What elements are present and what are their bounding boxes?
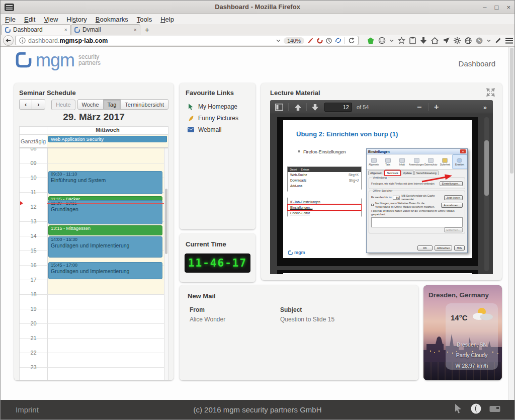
swirl-icon[interactable] xyxy=(335,37,341,44)
browser-window: Dashboard - Mozilla Firefox – □ × FileEd… xyxy=(0,0,515,420)
home-icon[interactable] xyxy=(431,37,439,44)
chevron-down-icon[interactable] xyxy=(276,39,281,42)
event-title: Einführung und System xyxy=(51,177,160,183)
weather-panel: 14°C Dresden, SN Partly Cloudy W 28.97 k… xyxy=(446,303,498,370)
globe-icon[interactable] xyxy=(465,37,472,44)
event-time: 15:45 - 17:00 xyxy=(51,263,160,268)
slide-menu-screenshot: Datei Extras Web-SucheStrg+KDownloadsStr… xyxy=(287,166,362,219)
zoom-indicator[interactable]: 140% xyxy=(284,37,304,44)
event-label: 13:15 - Mittagessen xyxy=(51,226,160,231)
bookmark-star-icon[interactable] xyxy=(398,37,405,44)
dialog-toolbar-anwendungen: Anwendungen xyxy=(409,154,423,169)
new-mail-card: New Mail From Alice Wonder Subject Quest… xyxy=(180,285,418,380)
favourite-links-card: Favourite Links My HomepageFunny Picture… xyxy=(180,83,255,229)
tab-dvmail[interactable]: Dvmail× xyxy=(71,24,140,35)
calendar-event[interactable]: 14:00 - 15:30Grundlagen und Implementier… xyxy=(48,236,162,258)
weather-condition: Partly Cloudy xyxy=(446,350,498,361)
menu-history[interactable]: History xyxy=(66,16,87,23)
view-woche[interactable]: Woche xyxy=(77,99,104,110)
hamburger-menu-icon[interactable] xyxy=(505,38,513,44)
menu-file[interactable]: File xyxy=(5,16,16,23)
link-webmail[interactable]: Webmail xyxy=(188,126,251,133)
pdf-sidebar-toggle-icon[interactable] xyxy=(275,100,283,114)
menu-bookmarks[interactable]: Bookmarks xyxy=(96,16,128,23)
allday-event[interactable]: Web Application Security xyxy=(48,136,167,142)
calendar-scrollbar[interactable] xyxy=(164,148,168,380)
hour-label: 10 xyxy=(20,174,47,181)
mgm-logo: mgm securitypartners xyxy=(16,52,101,69)
minimize-button[interactable]: – xyxy=(483,4,486,11)
privacy-mask-icon[interactable] xyxy=(378,37,386,44)
menu-edit[interactable]: Edit xyxy=(24,16,35,23)
back-button[interactable] xyxy=(3,35,14,46)
chevron-down-icon[interactable] xyxy=(390,39,394,42)
link-my-homepage[interactable]: My Homepage xyxy=(188,103,251,110)
weather-widget: Dresden, Germany 14°C Dresden, SN Partly… xyxy=(423,285,502,380)
pdf-page-input[interactable]: 12 xyxy=(324,103,352,112)
calendar-next-button[interactable]: › xyxy=(32,99,45,110)
chevron-down-icon[interactable] xyxy=(487,39,491,42)
quill-icon[interactable] xyxy=(307,37,314,44)
link-funny-pictures[interactable]: Funny Pictures xyxy=(188,115,251,122)
colorwheel-icon[interactable] xyxy=(317,38,323,44)
calendar-event[interactable]: 09:30 - 11:10Einführung und System xyxy=(48,171,162,194)
calendar-prev-button[interactable]: ‹ xyxy=(19,99,32,110)
pdf-tools-button[interactable]: » xyxy=(483,100,487,114)
calendar-event[interactable]: 15:45 - 17:00Grundlagen und Implementier… xyxy=(48,262,162,279)
pdf-prev-page-icon[interactable] xyxy=(294,100,302,114)
clock-digits: 11-46-17 xyxy=(188,257,247,269)
keyboard-icon[interactable] xyxy=(489,405,500,414)
info-icon[interactable] xyxy=(19,37,26,44)
maximize-button[interactable]: □ xyxy=(495,4,499,11)
url-bar[interactable]: dashboard.mgmsp-lab.com 140% xyxy=(15,36,359,45)
event-title: Grundlagen xyxy=(51,206,160,212)
menu-view[interactable]: View xyxy=(44,16,58,23)
tab-label: Dvmail xyxy=(82,26,131,33)
pen-icon xyxy=(188,115,194,122)
clock-icon[interactable] xyxy=(326,38,332,44)
pdf-next-page-icon[interactable] xyxy=(311,100,319,114)
mail-from-value[interactable]: Alice Wonder xyxy=(190,316,225,323)
hour-label: 08 xyxy=(20,148,47,152)
hour-label: 12 xyxy=(20,203,47,210)
calendar-scrollbar-thumb[interactable] xyxy=(165,189,167,254)
pencil-icon[interactable] xyxy=(495,37,501,44)
page-scrollbar[interactable] xyxy=(508,47,514,401)
pdf-zoom-in-button[interactable]: + xyxy=(434,100,439,114)
slide-menu-item: Einstellungen... xyxy=(288,205,361,210)
pdf-scrollbar-thumb[interactable] xyxy=(484,140,489,196)
expand-icon[interactable] xyxy=(486,88,495,99)
hour-label: 23 xyxy=(20,364,47,371)
hour-label: 09 xyxy=(20,159,47,166)
gear-icon[interactable] xyxy=(454,37,461,44)
session-badge-icon[interactable]: S xyxy=(476,37,483,44)
close-button[interactable]: × xyxy=(506,4,510,11)
pdf-page-count: of 54 xyxy=(357,100,369,114)
calendar-today-button[interactable]: Heute xyxy=(51,100,75,110)
clipboard-icon[interactable] xyxy=(409,37,416,44)
footer: Imprint (c) 2016 mgm security partners G… xyxy=(1,400,514,419)
tab-close-icon[interactable]: × xyxy=(134,27,137,33)
view-tag[interactable]: Tag xyxy=(103,99,121,110)
send-tab-icon[interactable] xyxy=(443,37,450,44)
event-title: Grundlagen und Implementierung xyxy=(51,268,160,274)
mail-subject-value[interactable]: Question to Slide 15 xyxy=(280,316,334,323)
download-icon[interactable] xyxy=(420,37,427,44)
moon-toggle-icon[interactable] xyxy=(471,403,481,416)
nav-link-dashboard[interactable]: Dashboard xyxy=(459,59,495,68)
new-tab-button[interactable]: + xyxy=(140,25,154,35)
menu-tools[interactable]: Tools xyxy=(137,16,152,23)
imprint-link[interactable]: Imprint xyxy=(16,405,39,414)
reload-icon[interactable] xyxy=(348,37,355,44)
calendar-date: 29. März 2017 xyxy=(14,112,174,123)
menu-help[interactable]: Help xyxy=(160,16,174,23)
pdf-zoom-out-button[interactable]: − xyxy=(417,100,421,114)
calendar-event[interactable]: 11:30 - 13:15Grundlagen xyxy=(48,200,162,225)
page-scrollbar-thumb[interactable] xyxy=(510,48,513,174)
noscript-icon[interactable] xyxy=(367,37,374,44)
tab-close-icon[interactable]: × xyxy=(64,27,67,33)
calendar-event[interactable]: 13:15 - Mittagessen xyxy=(48,225,162,235)
view-terminübersicht[interactable]: Terminübersicht xyxy=(120,99,168,110)
dialog-toolbar-icon xyxy=(385,158,391,163)
tab-dashboard[interactable]: Dashboard× xyxy=(2,24,71,35)
